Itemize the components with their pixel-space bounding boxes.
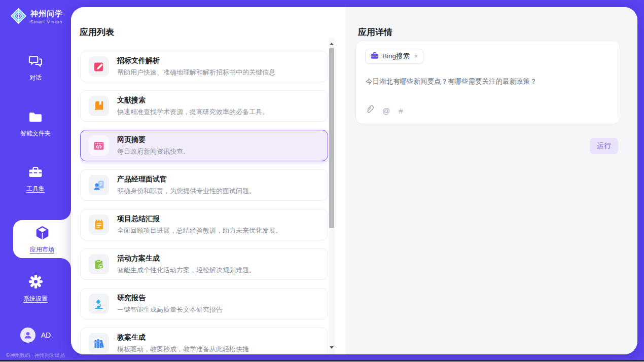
logo-title: 神州问学	[30, 10, 63, 18]
app-card-project-summary[interactable]: 项目总结汇报 全面回顾项目进展，总结经验教训，助力未来优化发展。	[80, 209, 328, 240]
sidebar-item-smart-folder[interactable]: 智能文件夹	[0, 111, 71, 138]
browser-code-icon	[89, 135, 109, 156]
prompt-text[interactable]: 今日湖北有哪些新闻要点？有哪些需要关注的最新政策？	[366, 77, 612, 87]
toolbox-icon	[28, 172, 43, 180]
logo-gem-icon	[10, 8, 27, 26]
user-initials: AD	[41, 331, 51, 339]
app-name: 研究报告	[117, 294, 223, 303]
gear-icon	[28, 282, 43, 291]
app-logo: 神州问学 Smart Vision	[10, 8, 63, 26]
active-tab-fillet-bottom	[61, 258, 71, 268]
cube-icon	[34, 234, 50, 242]
app-card-literature-search[interactable]: 文献搜索 快速精准查找学术资源，提高研究效率的必备工具。	[80, 90, 328, 122]
app-list-panel: 应用列表 招标文件解析 帮助用户快速、准确地理解和解析招标书中的关键信息	[71, 7, 345, 354]
sidebar-item-label: 对话	[0, 74, 71, 82]
edit-square-icon	[89, 56, 109, 77]
composer-toolbar: @ #	[366, 105, 403, 116]
clipboard-check-icon	[89, 254, 109, 274]
app-card-list: 招标文件解析 帮助用户快速、准确地理解和解析招标书中的关键信息 文献搜索 快速精…	[80, 51, 328, 354]
chat-bubbles-icon	[28, 61, 43, 69]
books-icon	[89, 333, 109, 353]
microscope-icon	[89, 294, 109, 314]
app-description: 模板驱动，教案秒成，教学准备从此轻松快捷	[117, 345, 249, 354]
app-name: 网页摘要	[117, 135, 190, 144]
main-container: 应用列表 招标文件解析 帮助用户快速、准确地理解和解析招标书中的关键信息	[71, 7, 637, 354]
app-description: 智能生成个性化活动方案，轻松解决规划难题。	[117, 266, 256, 275]
sidebar-item-settings[interactable]: 系统设置	[0, 274, 71, 303]
prompt-composer-card: Bing搜索 × 今日湖北有哪些新闻要点？有哪些需要关注的最新政策？ @ #	[355, 41, 620, 124]
user-account[interactable]: AD	[0, 328, 71, 343]
avatar	[20, 328, 35, 343]
sidebar-item-toolset[interactable]: 工具集	[0, 165, 71, 193]
app-card-pm-interviewer[interactable]: 产品经理面试官 明确身份和职责，为您提供专业性的面试问题。	[80, 169, 328, 201]
paperclip-icon[interactable]	[366, 105, 374, 116]
sidebar-item-label: 应用市场	[13, 245, 71, 254]
run-button[interactable]: 运行	[590, 138, 618, 154]
app-card-lesson-plan[interactable]: 教案生成 模板驱动，教案秒成，教学准备从此轻松快捷	[80, 328, 328, 354]
app-name: 项目总结汇报	[117, 214, 282, 224]
sidebar-item-chat[interactable]: 对话	[0, 54, 71, 82]
notepad-icon	[89, 214, 109, 235]
app-description: 帮助用户快速、准确地理解和解析招标书中的关键信息	[117, 68, 275, 77]
sidebar: 神州问学 Smart Vision 对话 智能文件夹	[0, 0, 71, 362]
app-name: 教案生成	[117, 333, 249, 342]
sidebar-item-label: 系统设置	[0, 295, 71, 303]
app-card-web-summary[interactable]: 网页摘要 每日政府新闻资讯快查。	[80, 130, 328, 161]
sidebar-item-label: 智能文件夹	[0, 129, 71, 138]
app-description: 每日政府新闻资讯快查。	[117, 147, 190, 156]
interviewer-icon	[89, 175, 109, 195]
book-icon	[89, 96, 109, 116]
logo-subtitle: Smart Vision	[30, 19, 63, 24]
active-tab-fillet-top	[61, 210, 71, 220]
app-description: 明确身份和职责，为您提供专业性的面试问题。	[117, 187, 256, 196]
app-name: 活动方案生成	[117, 254, 256, 263]
scroll-up-arrow-icon[interactable]	[329, 41, 335, 48]
app-description: 快速精准查找学术资源，提高研究效率的必备工具。	[117, 107, 269, 117]
app-detail-title: 应用详情	[358, 26, 392, 38]
app-card-bid-document-parsing[interactable]: 招标文件解析 帮助用户快速、准确地理解和解析招标书中的关键信息	[80, 51, 328, 82]
close-icon[interactable]: ×	[414, 53, 418, 60]
copyright-footer: ©神州数码 · 神州问学出品	[0, 352, 71, 359]
app-name: 产品经理面试官	[117, 175, 256, 184]
sidebar-item-label: 工具集	[0, 185, 71, 193]
app-detail-panel: 应用详情 Bing搜索 × 今日湖北有哪些新闻要点？有哪些需要关注的最新政策？	[345, 7, 637, 354]
app-name: 招标文件解析	[117, 56, 275, 65]
app-card-event-plan[interactable]: 活动方案生成 智能生成个性化活动方案，轻松解决规划难题。	[80, 248, 328, 280]
sidebar-item-app-market[interactable]: 应用市场	[13, 220, 71, 258]
app-card-research-report[interactable]: 研究报告 一键智能生成高质量长文本研究报告	[80, 288, 328, 319]
app-name: 文献搜索	[117, 96, 269, 105]
app-description: 一键智能生成高质量长文本研究报告	[117, 305, 223, 314]
scrollbar[interactable]	[329, 38, 335, 354]
scrollbar-thumb[interactable]	[329, 48, 334, 228]
tool-tag-label: Bing搜索	[382, 52, 410, 61]
app-list-title: 应用列表	[80, 26, 114, 38]
at-mention-icon[interactable]: @	[382, 106, 390, 115]
app-description: 全面回顾项目进展，总结经验教训，助力未来优化发展。	[117, 226, 282, 235]
tool-tag-bing-search[interactable]: Bing搜索 ×	[365, 49, 423, 64]
scroll-down-arrow-icon[interactable]	[329, 344, 335, 351]
hash-tag-icon[interactable]: #	[399, 106, 403, 115]
folder-icon	[28, 117, 43, 125]
briefcase-icon	[371, 52, 379, 61]
